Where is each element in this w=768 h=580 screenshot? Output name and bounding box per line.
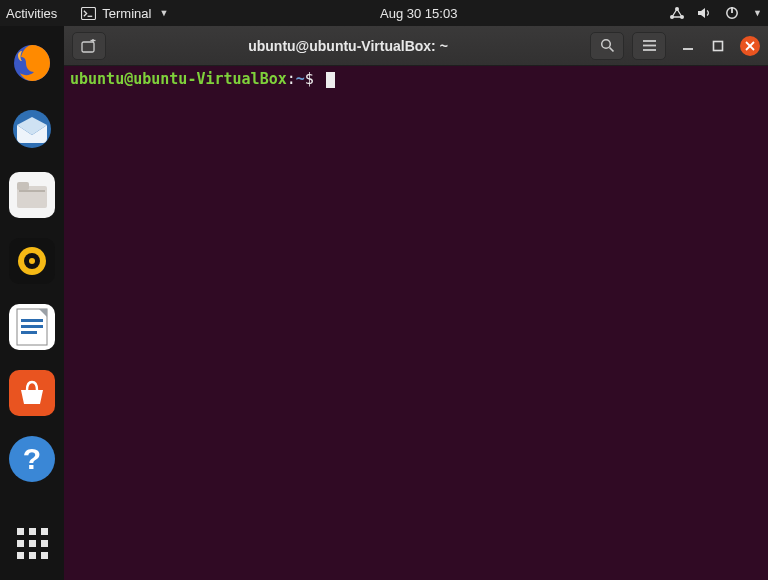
app-menu[interactable]: Terminal ▼ bbox=[81, 6, 168, 21]
prompt-user-host: ubuntu@ubuntu-VirtualBox bbox=[70, 70, 287, 88]
terminal-window: ubuntu@ubuntu-VirtualBox: ~ ubuntu@ubunt… bbox=[64, 26, 768, 580]
svg-rect-16 bbox=[21, 319, 43, 322]
window-maximize-button[interactable] bbox=[710, 38, 726, 54]
dock-item-files[interactable] bbox=[9, 172, 55, 218]
show-applications-button[interactable] bbox=[9, 520, 55, 566]
prompt-path: ~ bbox=[296, 70, 305, 88]
libreoffice-writer-icon bbox=[15, 307, 49, 347]
svg-rect-10 bbox=[17, 182, 29, 190]
hamburger-menu-button[interactable] bbox=[632, 32, 666, 60]
firefox-icon bbox=[10, 41, 54, 85]
help-icon: ? bbox=[23, 442, 41, 476]
svg-line-23 bbox=[609, 48, 613, 52]
window-minimize-button[interactable] bbox=[680, 38, 696, 54]
gnome-top-panel: Activities Terminal ▼ Aug 30 15:03 ▼ bbox=[0, 0, 768, 26]
svg-rect-18 bbox=[21, 331, 37, 334]
svg-point-22 bbox=[601, 40, 610, 49]
close-icon bbox=[745, 41, 755, 51]
svg-rect-19 bbox=[82, 42, 94, 52]
maximize-icon bbox=[712, 40, 724, 52]
terminal-icon bbox=[81, 7, 96, 20]
svg-rect-17 bbox=[21, 325, 43, 328]
hamburger-icon bbox=[642, 39, 657, 52]
dock-item-libreoffice-writer[interactable] bbox=[9, 304, 55, 350]
window-close-button[interactable] bbox=[740, 36, 760, 56]
ubuntu-software-icon bbox=[15, 376, 49, 410]
dock-item-rhythmbox[interactable] bbox=[9, 238, 55, 284]
svg-rect-28 bbox=[714, 41, 723, 50]
system-status-area[interactable]: ▼ bbox=[669, 6, 762, 20]
dock-item-ubuntu-software[interactable] bbox=[9, 370, 55, 416]
prompt-separator: : bbox=[287, 70, 296, 88]
dock-item-thunderbird[interactable] bbox=[9, 106, 55, 152]
new-tab-button[interactable] bbox=[72, 32, 106, 60]
chevron-down-icon: ▼ bbox=[753, 8, 762, 18]
app-menu-label: Terminal bbox=[102, 6, 151, 21]
activities-button[interactable]: Activities bbox=[6, 6, 57, 21]
svg-rect-11 bbox=[19, 190, 45, 192]
window-title: ubuntu@ubuntu-VirtualBox: ~ bbox=[114, 38, 582, 54]
dock: ? bbox=[0, 26, 64, 580]
desktop: ? ubuntu@ubuntu-VirtualBox: ~ bbox=[0, 26, 768, 580]
dock-item-firefox[interactable] bbox=[9, 40, 55, 86]
chevron-down-icon: ▼ bbox=[159, 8, 168, 18]
search-icon bbox=[600, 38, 615, 53]
rhythmbox-icon bbox=[14, 243, 50, 279]
dock-item-help[interactable]: ? bbox=[9, 436, 55, 482]
minimize-icon bbox=[682, 40, 694, 52]
search-button[interactable] bbox=[590, 32, 624, 60]
cursor bbox=[326, 72, 335, 88]
svg-point-14 bbox=[29, 258, 35, 264]
power-icon bbox=[725, 6, 739, 20]
prompt-symbol: $ bbox=[305, 70, 314, 88]
svg-rect-0 bbox=[82, 7, 96, 19]
volume-icon bbox=[697, 6, 713, 20]
terminal-viewport[interactable]: ubuntu@ubuntu-VirtualBox:~$ bbox=[64, 66, 768, 580]
grid-icon bbox=[17, 528, 48, 559]
window-titlebar[interactable]: ubuntu@ubuntu-VirtualBox: ~ bbox=[64, 26, 768, 66]
thunderbird-icon bbox=[10, 107, 54, 151]
clock[interactable]: Aug 30 15:03 bbox=[380, 6, 457, 21]
network-icon bbox=[669, 6, 685, 20]
files-icon bbox=[15, 180, 49, 210]
new-tab-icon bbox=[81, 39, 97, 53]
